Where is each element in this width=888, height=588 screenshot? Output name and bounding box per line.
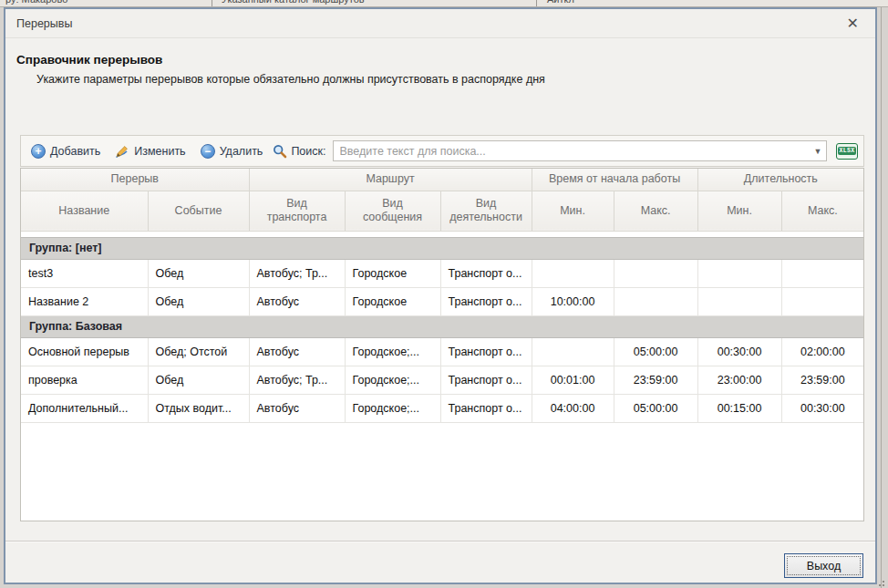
add-icon: +: [31, 144, 46, 159]
grid-cell[interactable]: [532, 337, 614, 366]
grid-cell[interactable]: 00:01:00: [532, 366, 614, 394]
edit-pencil-icon: [115, 144, 129, 159]
page-title: Справочник перерывов: [16, 53, 162, 67]
grid-cell[interactable]: [781, 287, 863, 315]
grid-cell[interactable]: 00:15:00: [697, 394, 781, 422]
export-xlsx-button[interactable]: XLSX: [836, 143, 858, 160]
grid-cell[interactable]: [614, 259, 697, 287]
column-group-header[interactable]: Время от начала работы: [532, 169, 697, 191]
grid-cell[interactable]: Городское;...: [345, 366, 440, 394]
breaks-grid: ПерерывМаршрутВремя от начала работыДлит…: [20, 168, 864, 521]
chevron-down-icon[interactable]: ▼: [810, 147, 826, 156]
background-tab-fragment: ру: Макарово: [5, 0, 67, 5]
background-tab-fragment: Айткл: [547, 0, 574, 5]
search-label: Поиск:: [291, 145, 325, 158]
grid-cell[interactable]: Обед: [148, 259, 249, 287]
grid-cell[interactable]: Основной перерыв: [21, 337, 148, 366]
grid-cell[interactable]: Автобус: [249, 394, 345, 422]
footer-divider: [5, 541, 875, 542]
grid-cell[interactable]: Отдых водит...: [148, 394, 249, 422]
xlsx-icon: XLSX: [838, 147, 857, 155]
grid-cell[interactable]: Обед: [148, 287, 249, 315]
grid-row[interactable]: Основной перерывОбед; ОтстойАвтобусГород…: [21, 337, 863, 366]
resize-grip[interactable]: [875, 577, 884, 586]
column-header[interactable]: Макс.: [781, 191, 863, 231]
grid-cell[interactable]: 23:00:00: [697, 366, 781, 394]
grid-row[interactable]: Название 2ОбедАвтобусГородскоеТранспорт …: [21, 287, 863, 315]
column-header[interactable]: Видтранспорта: [249, 191, 345, 231]
add-button-label: Добавить: [50, 145, 100, 158]
add-button[interactable]: + Добавить: [26, 140, 108, 162]
group-row[interactable]: Группа: Базовая: [21, 315, 863, 337]
grid-cell[interactable]: Дополнительный...: [21, 394, 148, 422]
grid-cell[interactable]: Транспорт о...: [440, 259, 532, 287]
grid-cell[interactable]: Городское: [345, 287, 440, 315]
grid-cell[interactable]: Автобус: [249, 287, 345, 315]
column-header[interactable]: Видсообщения: [345, 191, 440, 231]
grid-cell[interactable]: 04:00:00: [532, 394, 614, 422]
grid-cell[interactable]: Городское: [345, 259, 440, 287]
grid-cell[interactable]: test3: [21, 259, 148, 287]
grid-cell[interactable]: 23:59:00: [781, 366, 863, 394]
grid-row[interactable]: test3ОбедАвтобус; Тр...ГородскоеТранспор…: [21, 259, 863, 287]
column-header[interactable]: Событие: [148, 191, 249, 231]
breaks-dialog: Перерывы ✕ Справочник перерывов Укажите …: [4, 7, 877, 584]
grid-cell[interactable]: [614, 287, 697, 315]
grid-cell[interactable]: 02:00:00: [781, 337, 863, 366]
grid-cell[interactable]: Городское;...: [345, 394, 440, 422]
grid-cell[interactable]: [697, 287, 781, 315]
tab-divider: [536, 0, 537, 7]
grid-toolbar: + Добавить Изменить − Удалить Поиск: ▼ X…: [20, 135, 864, 167]
grid-cell[interactable]: Транспорт о...: [440, 394, 532, 422]
grid-cell[interactable]: 10:00:00: [532, 287, 614, 315]
grid-cell[interactable]: Автобус; Тр...: [249, 366, 345, 394]
close-icon[interactable]: ✕: [842, 15, 864, 33]
grid-cell[interactable]: [697, 259, 781, 287]
column-header[interactable]: Макс.: [614, 191, 697, 231]
dialog-title: Перерывы: [16, 17, 72, 30]
grid-row[interactable]: Дополнительный...Отдых водит...АвтобусГо…: [21, 394, 863, 422]
delete-icon: −: [201, 144, 215, 159]
grid-cell[interactable]: Название 2: [21, 287, 148, 315]
column-header[interactable]: Название: [21, 191, 148, 231]
search-icon: [273, 144, 287, 159]
grid-cell[interactable]: Транспорт о...: [440, 337, 532, 366]
grid-cell[interactable]: Обед; Отстой: [148, 337, 249, 366]
grid-cell[interactable]: 23:59:00: [614, 366, 697, 394]
background-tab-fragment: Указанный каталог маршрутов: [222, 0, 365, 5]
grid-cell[interactable]: Автобус; Тр...: [249, 259, 345, 287]
tab-divider: [212, 0, 212, 7]
column-group-header[interactable]: Маршрут: [249, 169, 532, 191]
grid-cell[interactable]: 05:00:00: [614, 337, 697, 366]
grid-cell[interactable]: [781, 259, 863, 287]
delete-button-label: Удалить: [220, 145, 263, 158]
grid-cell[interactable]: [532, 259, 614, 287]
grid-cell[interactable]: Городское;...: [345, 337, 440, 366]
delete-button[interactable]: − Удалить: [196, 140, 272, 162]
exit-button[interactable]: Выход: [784, 553, 863, 578]
grid-cell[interactable]: проверка: [21, 366, 148, 394]
grid-cell[interactable]: 05:00:00: [614, 394, 697, 422]
search-input[interactable]: [334, 141, 811, 160]
column-group-header[interactable]: Длительность: [697, 169, 863, 191]
column-header[interactable]: Мин.: [532, 191, 614, 231]
grid-cell[interactable]: Транспорт о...: [440, 366, 532, 394]
grid-cell[interactable]: Автобус: [249, 337, 345, 366]
grid-cell[interactable]: 00:30:00: [781, 394, 863, 422]
background-window-edge: [881, 7, 882, 588]
column-group-header[interactable]: Перерыв: [21, 169, 249, 191]
background-window-strip: ру: Макарово Указанный каталог маршрутов…: [0, 0, 888, 7]
search-combo: ▼: [333, 140, 828, 161]
dialog-titlebar[interactable]: Перерывы ✕: [5, 9, 875, 38]
column-header[interactable]: Виддеятельности: [440, 191, 532, 231]
grid-cell[interactable]: Обед: [148, 366, 249, 394]
edit-button-label: Изменить: [134, 145, 185, 158]
group-row[interactable]: Группа: [нет]: [21, 237, 863, 259]
grid-cell[interactable]: 00:30:00: [697, 337, 781, 366]
grid-row[interactable]: проверкаОбедАвтобус; Тр...Городское;...Т…: [21, 366, 863, 394]
edit-button[interactable]: Изменить: [110, 140, 193, 162]
column-header[interactable]: Мин.: [697, 191, 781, 231]
grid-cell[interactable]: Транспорт о...: [440, 287, 532, 315]
page-subtitle: Укажите параметры перерывов которые обяз…: [36, 73, 545, 86]
